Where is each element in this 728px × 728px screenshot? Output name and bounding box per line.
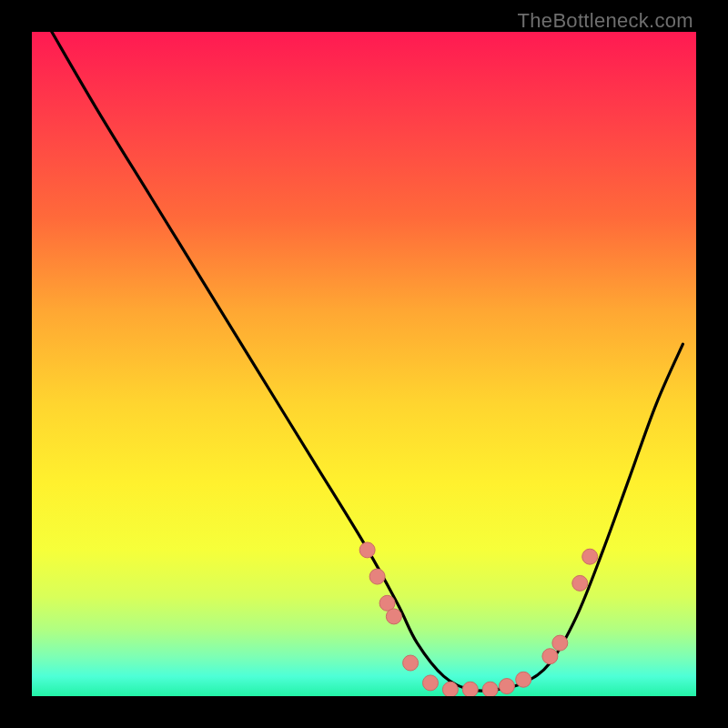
curve-marker [482,682,498,696]
curve-marker [403,655,419,671]
gradient-plot-area [32,32,696,696]
bottleneck-curve-path [52,32,683,691]
curve-markers [359,542,598,696]
curve-marker [552,635,568,651]
curve-marker [582,549,598,564]
curve-marker [542,649,558,664]
curve-marker [516,672,531,687]
curve-marker [499,679,514,694]
curve-marker [462,682,478,696]
curve-marker [442,682,458,696]
chart-frame: TheBottleneck.com [0,0,728,728]
curve-marker [386,609,401,624]
watermark-text: TheBottleneck.com [518,9,693,33]
curve-marker [423,675,439,691]
bottleneck-curve-svg [32,32,696,696]
curve-marker [369,569,385,584]
curve-marker [379,595,395,611]
curve-marker [359,542,375,558]
curve-marker [572,575,588,591]
